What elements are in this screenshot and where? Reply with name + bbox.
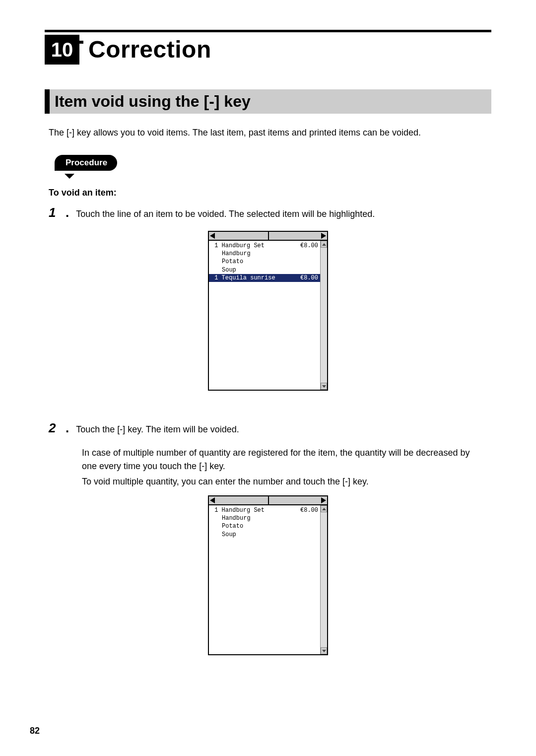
list-row[interactable]: Handburg [211, 514, 318, 522]
item-list[interactable]: 1 Handburg Set€8.00HandburgPotatoSoup [209, 505, 320, 654]
step-number: 2 [49, 420, 64, 436]
tab-dividers [233, 232, 303, 240]
tab-cell[interactable] [233, 496, 268, 504]
scrollbar[interactable] [320, 241, 327, 390]
tab-left-arrow-icon[interactable] [210, 497, 215, 503]
scrollbar[interactable] [320, 505, 327, 654]
list-row[interactable]: 1 Handburg Set€8.00 [211, 242, 318, 250]
item-name: Soup [211, 531, 236, 539]
pos-screen-1: 1 Handburg Set€8.00HandburgPotatoSoup 1 … [208, 231, 328, 391]
item-name: Potato [211, 522, 243, 530]
tab-right-arrow-icon[interactable] [321, 497, 326, 503]
screen-body: 1 Handburg Set€8.00HandburgPotatoSoup [209, 505, 327, 654]
step-2-sub-2: To void multiple quantity, you can enter… [82, 475, 476, 488]
tab-dividers [233, 496, 303, 504]
item-name: 1 Handburg Set [211, 506, 265, 514]
scroll-down-icon[interactable] [321, 647, 327, 654]
chapter-number: 10 [51, 39, 73, 61]
step-text: Touch the [-] key. The item will be void… [76, 423, 491, 436]
scroll-down-icon[interactable] [321, 383, 327, 390]
section-title: Item void using the [-] key [45, 89, 491, 114]
list-row-selected[interactable]: 1 Tequila sunrise€8.00 [209, 274, 320, 282]
list-row[interactable]: Potato [211, 522, 318, 530]
chapter-title: Correction [88, 35, 211, 63]
item-name: Soup [211, 266, 236, 274]
screenshot-2-wrap: 1 Handburg Set€8.00HandburgPotatoSoup [45, 495, 491, 655]
tab-left-arrow-icon[interactable] [210, 233, 215, 239]
list-row[interactable]: Potato [211, 258, 318, 266]
scroll-up-icon[interactable] [321, 505, 327, 512]
tab-right-arrow-icon[interactable] [321, 233, 326, 239]
tab-bar [209, 496, 327, 505]
step-2: 2 . Touch the [-] key. The item will be … [49, 420, 491, 436]
tab-cell[interactable] [268, 496, 303, 504]
step-2-sub-1: In case of multiple number of quantity a… [82, 446, 476, 473]
tab-cell[interactable] [268, 232, 303, 240]
intro-text: The [-] key allows you to void items. Th… [49, 128, 491, 138]
screen-body: 1 Handburg Set€8.00HandburgPotatoSoup 1 … [209, 241, 327, 390]
page-number: 82 [30, 726, 40, 736]
item-price: €8.00 [300, 274, 318, 282]
item-name: Handburg [211, 250, 251, 258]
item-name: Potato [211, 258, 243, 266]
item-price: €8.00 [300, 506, 318, 514]
tab-cell[interactable] [233, 232, 268, 240]
step-number: 1 [49, 205, 64, 220]
procedure-badge-tail [65, 174, 74, 179]
list-row[interactable]: 1 Handburg Set€8.00 [211, 506, 318, 514]
item-name: 1 Tequila sunrise [211, 274, 275, 282]
screenshot-1-wrap: 1 Handburg Set€8.00HandburgPotatoSoup 1 … [45, 231, 491, 391]
procedure-badge: Procedure [55, 155, 117, 171]
pos-screen-2: 1 Handburg Set€8.00HandburgPotatoSoup [208, 495, 328, 655]
chapter-rule [45, 30, 491, 32]
chapter-number-badge: 10 [45, 35, 79, 65]
item-name: 1 Handburg Set [211, 242, 265, 250]
step-text: Touch the line of an item to be voided. … [76, 207, 491, 221]
list-row[interactable]: Soup [211, 266, 318, 274]
scroll-up-icon[interactable] [321, 241, 327, 248]
step-dot: . [66, 205, 69, 220]
step-dot: . [66, 420, 69, 436]
void-item-label: To void an item: [49, 188, 491, 198]
list-row[interactable]: Handburg [211, 250, 318, 258]
chapter-header: 10 Correction [45, 35, 491, 65]
list-row[interactable]: Soup [211, 531, 318, 539]
item-price: €8.00 [300, 242, 318, 250]
item-list[interactable]: 1 Handburg Set€8.00HandburgPotatoSoup 1 … [209, 241, 320, 390]
tab-bar [209, 232, 327, 241]
step-1: 1 . Touch the line of an item to be void… [49, 205, 491, 221]
item-name: Handburg [211, 514, 251, 522]
